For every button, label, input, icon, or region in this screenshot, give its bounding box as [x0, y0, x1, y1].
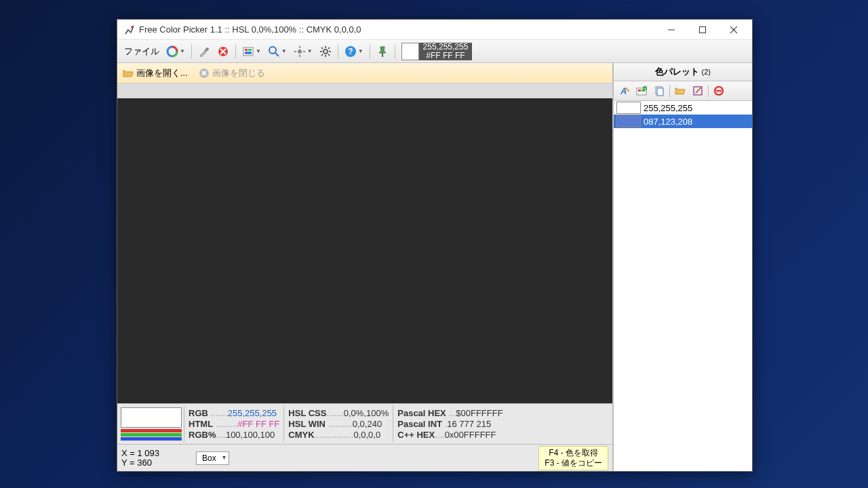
palette-item[interactable]: 087,123,208 — [614, 115, 752, 128]
color-hex-text: #FF FF FF — [423, 52, 469, 60]
svg-line-28 — [328, 47, 330, 49]
image-toolbar: 画像を開く... 画像を閉じる — [117, 63, 612, 83]
palette-font-button[interactable]: A — [616, 83, 631, 98]
info-column: Pascal HEX ...$00FFFFFFPascal INT .16 77… — [393, 405, 507, 443]
chevron-down-icon: ▼ — [281, 48, 287, 54]
svg-point-16 — [298, 49, 302, 54]
svg-line-26 — [321, 47, 323, 49]
palette-item-label: 087,123,208 — [644, 117, 692, 127]
palette-item-swatch — [616, 115, 641, 127]
svg-line-46 — [696, 87, 701, 93]
chevron-down-icon: ▼ — [307, 48, 313, 54]
palette-pane: 色パレット (2) A + 255,255,255087,123,208 — [614, 63, 752, 471]
app-window: Free Color Picker 1.1 :: HSL 0,0%,100% :… — [117, 19, 753, 472]
minimize-button[interactable] — [656, 20, 687, 40]
palette-header: 色パレット (2) — [614, 63, 752, 81]
open-image-button[interactable]: 画像を開く... — [117, 65, 193, 81]
tools-button[interactable]: ▼ — [291, 44, 315, 59]
main-toolbar: ファイル ▼ ▼ ▼ ▼ ? ▼ — [117, 40, 752, 63]
info-column: HSL CSS.......0,0%,100%HSL WIN .........… — [283, 405, 393, 443]
palette-open-button[interactable] — [673, 83, 688, 98]
svg-text:?: ? — [348, 47, 353, 56]
svg-rect-13 — [245, 52, 252, 54]
info-row: Pascal INT .16 777 215 — [397, 419, 502, 429]
cursor-coords: X = 1 093 Y = 360 — [121, 449, 189, 468]
maximize-button[interactable] — [687, 20, 718, 40]
svg-point-21 — [323, 49, 328, 54]
close-button[interactable] — [718, 20, 749, 40]
svg-rect-44 — [657, 88, 663, 96]
palette-item[interactable]: 255,255,255 — [614, 101, 752, 115]
app-icon — [124, 24, 135, 35]
eyedropper-button[interactable] — [195, 44, 213, 59]
status-bar: X = 1 093 Y = 360 Box F4 - 色を取得 F3 - 値をコ… — [117, 444, 612, 471]
current-color-display: 255,255,255 #FF FF FF — [401, 43, 473, 60]
image-canvas[interactable] — [117, 98, 612, 403]
window-title: Free Color Picker 1.1 :: HSL 0,0%,100% :… — [139, 24, 656, 35]
palette-list[interactable]: 255,255,255087,123,208 — [614, 101, 752, 471]
settings-button[interactable] — [317, 44, 334, 59]
info-row: HSL WIN ..........0,0,240 — [288, 419, 389, 429]
svg-rect-11 — [245, 49, 248, 51]
close-image-button: 画像を閉じる — [193, 65, 271, 81]
svg-point-14 — [269, 47, 276, 54]
rgb-bars — [121, 429, 182, 441]
info-row: CMYK................0,0,0,0 — [288, 430, 389, 440]
palette-edit-button[interactable] — [690, 83, 705, 98]
help-button[interactable]: ? ▼ — [342, 44, 366, 59]
chevron-down-icon: ▼ — [256, 48, 261, 54]
color-swatch — [401, 43, 419, 60]
palette-item-label: 255,255,255 — [644, 103, 692, 113]
svg-line-29 — [321, 54, 323, 56]
palette-copy-button[interactable] — [652, 83, 667, 98]
pin-button[interactable] — [374, 44, 391, 59]
info-row: HTML .........#FF FF FF — [189, 419, 279, 429]
preview-swatch — [121, 407, 182, 428]
info-column: RGB .......255,255,255HTML .........#FF … — [184, 405, 283, 443]
info-row: RGB .......255,255,255 — [189, 408, 279, 418]
palette-delete-button[interactable] — [711, 83, 726, 98]
svg-line-15 — [275, 53, 279, 56]
chevron-down-icon: ▼ — [180, 48, 185, 54]
color-info-panel: RGB .......255,255,255HTML .........#FF … — [117, 403, 612, 444]
close-circle-icon — [199, 68, 210, 79]
image-button[interactable]: ▼ — [239, 44, 264, 59]
sample-mode-select[interactable]: Box — [196, 451, 229, 465]
svg-rect-2 — [700, 26, 706, 33]
svg-rect-12 — [248, 49, 252, 51]
zoom-button[interactable]: ▼ — [265, 44, 290, 59]
chevron-down-icon: ▼ — [358, 48, 363, 54]
palette-toolbar: A + — [614, 81, 752, 101]
folder-open-icon — [123, 68, 134, 79]
palette-item-swatch — [616, 102, 641, 114]
svg-text:+: + — [644, 85, 647, 92]
palette-add-button[interactable]: + — [634, 83, 649, 98]
svg-rect-39 — [638, 89, 641, 92]
info-row: RGB%....100,100,100 — [189, 430, 279, 440]
color-wheel-button[interactable]: ▼ — [163, 44, 188, 59]
info-row: C++ HEX....0x00FFFFFF — [397, 430, 502, 440]
canvas-container — [117, 83, 612, 403]
svg-line-27 — [328, 54, 330, 56]
info-row: Pascal HEX ...$00FFFFFF — [397, 408, 502, 418]
color-rgb-text: 255,255,255 — [423, 43, 469, 52]
file-menu[interactable]: ファイル — [121, 44, 162, 59]
svg-point-0 — [131, 26, 134, 28]
image-pane: 画像を開く... 画像を閉じる R — [117, 63, 614, 471]
titlebar: Free Color Picker 1.1 :: HSL 0,0%,100% :… — [117, 20, 752, 40]
hint-box: F4 - 色を取得 F3 - 値をコピー — [538, 446, 608, 470]
cancel-button[interactable] — [214, 44, 232, 59]
info-row: HSL CSS.......0,0%,100% — [288, 408, 389, 418]
